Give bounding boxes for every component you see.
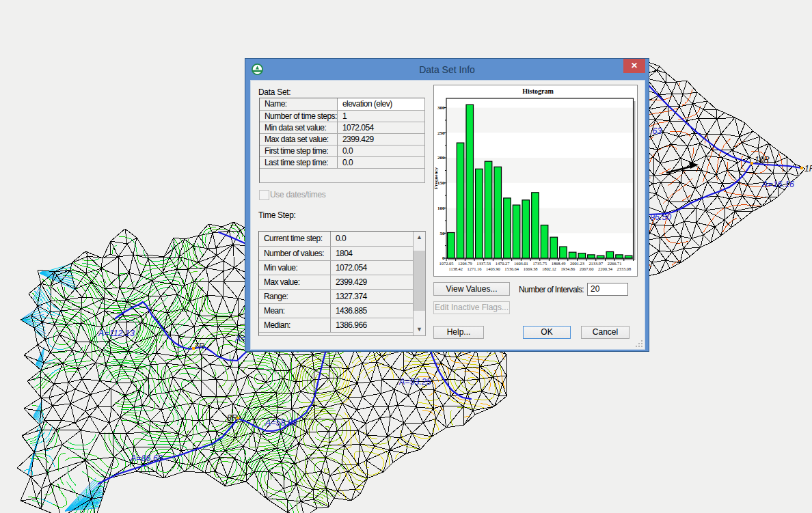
svg-text:1470.27: 1470.27 <box>496 261 511 266</box>
svg-text:1802.12: 1802.12 <box>542 266 556 271</box>
svg-text:Histogram: Histogram <box>522 87 554 95</box>
svg-text:Frequency: Frequency <box>434 167 439 189</box>
svg-text:2333.08: 2333.08 <box>617 266 631 271</box>
svg-text:1072.05: 1072.05 <box>439 261 454 266</box>
svg-text:A=112.13: A=112.13 <box>98 329 135 338</box>
svg-text:1603.01: 1603.01 <box>514 261 528 266</box>
svg-text:1669.38: 1669.38 <box>524 266 538 271</box>
svg-text:A=86.69: A=86.69 <box>130 454 163 463</box>
svg-text:A=93.25: A=93.25 <box>398 377 431 387</box>
svg-text:200: 200 <box>437 155 445 161</box>
svg-text:1204.79: 1204.79 <box>458 261 472 266</box>
svg-text:1403.90: 1403.90 <box>486 266 500 271</box>
svg-text:10R: 10R <box>755 155 770 165</box>
svg-text:A=58.84: A=58.84 <box>265 418 297 428</box>
svg-text:2266.71: 2266.71 <box>608 261 622 266</box>
svg-text:100: 100 <box>437 206 445 211</box>
svg-text:A=16.16: A=16.16 <box>761 180 794 189</box>
svg-text:50: 50 <box>440 231 446 236</box>
svg-text:2133.97: 2133.97 <box>588 261 604 266</box>
svg-text:1536.64: 1536.64 <box>504 266 519 271</box>
svg-text:2200.34: 2200.34 <box>598 266 613 271</box>
svg-text:1868.49: 1868.49 <box>552 261 566 266</box>
svg-text:7R: 7R <box>194 342 205 351</box>
svg-text:1138.42: 1138.42 <box>448 266 463 271</box>
svg-text:0: 0 <box>442 255 445 261</box>
svg-text:150: 150 <box>437 180 445 186</box>
svg-text:96.50: 96.50 <box>650 212 671 222</box>
svg-text:250: 250 <box>437 130 445 136</box>
svg-text:1271.16: 1271.16 <box>468 266 482 271</box>
svg-text:2001.23: 2001.23 <box>570 261 584 266</box>
svg-text:1735.75: 1735.75 <box>532 261 547 266</box>
svg-text:300: 300 <box>437 105 445 111</box>
svg-text:1337.53: 1337.53 <box>476 261 491 266</box>
svg-text:2067.60: 2067.60 <box>580 266 594 271</box>
svg-text:8R: 8R <box>227 413 238 423</box>
svg-text:1F: 1F <box>804 164 812 174</box>
svg-text:1934.86: 1934.86 <box>560 266 575 271</box>
